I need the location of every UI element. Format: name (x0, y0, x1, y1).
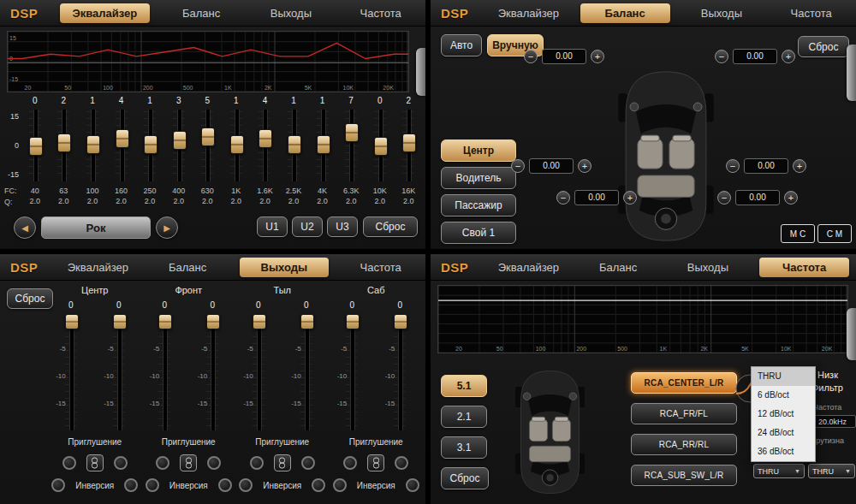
tab-outputs[interactable]: Выходы (240, 258, 330, 277)
output-slider[interactable]: -5 -10 -15 (244, 312, 273, 432)
invert-toggle-left[interactable] (333, 478, 347, 492)
mute-toggle-left[interactable] (156, 456, 169, 470)
link-channels-icon[interactable] (367, 454, 384, 471)
plus-button[interactable]: + (782, 50, 795, 63)
eq-band-slider[interactable] (107, 108, 136, 183)
memory-u2-button[interactable]: U2 (292, 216, 323, 237)
invert-toggle-right[interactable] (218, 478, 232, 492)
link-channels-icon[interactable] (274, 454, 291, 471)
slope-option[interactable]: 24 dB/oct (752, 424, 815, 442)
tab-balance[interactable]: Баланс (580, 3, 670, 23)
eq-slider-handle[interactable] (288, 135, 301, 154)
mc-button[interactable]: M C (781, 224, 815, 243)
minus-button[interactable]: − (715, 50, 728, 63)
eq-slider-handle[interactable] (29, 137, 43, 156)
minus-button[interactable]: − (524, 50, 538, 63)
invert-toggle-right[interactable] (124, 478, 138, 492)
cm-button[interactable]: C M (817, 224, 852, 243)
minus-button[interactable]: − (511, 159, 525, 173)
output-slider-handle[interactable] (113, 314, 127, 329)
balance-menu-item-3[interactable]: Пассажир (441, 194, 516, 216)
plus-button[interactable]: + (578, 159, 591, 173)
output-slider-handle[interactable] (206, 314, 220, 329)
tab-frequency[interactable]: Частота (336, 258, 425, 277)
eq-slider-handle[interactable] (317, 135, 330, 154)
eq-band-slider[interactable] (21, 108, 50, 183)
eq-slider-handle[interactable] (116, 129, 129, 148)
side-drawer-handle[interactable] (416, 48, 425, 96)
tab-outputs[interactable]: Выходы (247, 3, 336, 23)
plus-button[interactable]: + (784, 191, 798, 205)
slope-select-left[interactable]: THRU ▼ (753, 464, 805, 478)
side-drawer-handle[interactable] (847, 308, 856, 360)
tab-equalizer[interactable]: Эквалайзер (484, 258, 574, 277)
eq-slider-handle[interactable] (144, 135, 158, 154)
plus-button[interactable]: + (623, 191, 637, 205)
preset-next-button[interactable]: ▶ (156, 216, 178, 239)
output-slider-handle[interactable] (394, 314, 407, 329)
invert-toggle-left[interactable] (146, 478, 159, 492)
output-slider-handle[interactable] (158, 314, 172, 329)
eq-band-slider[interactable] (78, 108, 107, 183)
output-slider-handle[interactable] (253, 314, 266, 329)
minus-button[interactable]: − (726, 159, 740, 173)
eq-slider-handle[interactable] (345, 123, 359, 142)
outputs-reset-button[interactable]: Сброс (7, 288, 53, 309)
mute-toggle-left[interactable] (343, 456, 357, 470)
output-slider[interactable]: -5 -10 -15 (385, 312, 414, 432)
mode-2.1-button[interactable]: 2.1 (441, 406, 487, 428)
output-slider-handle[interactable] (300, 314, 314, 329)
eq-slider-handle[interactable] (230, 135, 244, 154)
output-slider[interactable]: -5 -10 -15 (56, 312, 86, 432)
side-drawer-handle[interactable] (847, 44, 856, 101)
eq-slider-handle[interactable] (402, 133, 416, 152)
mute-toggle-left[interactable] (62, 456, 76, 470)
slope-option[interactable]: 36 dB/oct (752, 442, 815, 461)
eq-band-slider[interactable] (193, 108, 222, 183)
eq-reset-button[interactable]: Сброс (363, 216, 418, 237)
output-slider[interactable]: -5 -10 -15 (150, 312, 179, 432)
preset-prev-button[interactable]: ◀ (14, 216, 36, 239)
eq-band-slider[interactable] (395, 108, 424, 183)
plus-button[interactable]: + (591, 50, 604, 63)
output-slider[interactable]: -5 -10 -15 (104, 312, 134, 432)
eq-slider-handle[interactable] (374, 137, 388, 156)
tab-outputs[interactable]: Выходы (677, 3, 767, 23)
output-slider-handle[interactable] (346, 314, 360, 329)
eq-slider-handle[interactable] (173, 131, 187, 150)
tab-frequency[interactable]: Частота (336, 3, 425, 23)
mute-toggle-left[interactable] (250, 456, 264, 470)
tab-frequency[interactable]: Частота (759, 258, 849, 277)
mute-toggle-right[interactable] (114, 456, 128, 470)
link-channels-icon[interactable] (180, 454, 197, 471)
tab-balance[interactable]: Баланс (143, 258, 233, 277)
channel-button-4[interactable]: RCA_SUB_SW_L/R (631, 465, 737, 486)
output-slider-handle[interactable] (65, 314, 79, 329)
balance-menu-item-2[interactable]: Водитель (441, 167, 516, 189)
invert-toggle-left[interactable] (239, 478, 253, 492)
eq-band-slider[interactable] (135, 108, 164, 183)
link-channels-icon[interactable] (86, 454, 104, 471)
invert-toggle-right[interactable] (406, 478, 419, 492)
channel-button-3[interactable]: RCA_RR/RL (631, 434, 737, 455)
output-slider[interactable]: -5 -10 -15 (292, 312, 321, 432)
slope-option[interactable]: 12 dB/oct (752, 405, 815, 424)
channel-button-2[interactable]: RCA_FR/FL (631, 403, 737, 424)
eq-band-slider[interactable] (279, 108, 308, 183)
plus-button[interactable]: + (793, 159, 806, 173)
minus-button[interactable]: − (717, 191, 731, 205)
tab-equalizer[interactable]: Эквалайзер (484, 3, 574, 23)
eq-band-slider[interactable] (50, 108, 79, 183)
balance-menu-item-1[interactable]: Центр (441, 139, 516, 162)
balance-reset-button[interactable]: Сброс (798, 36, 849, 57)
frequency-value[interactable]: 20.0kHz (809, 415, 856, 428)
slope-select-right[interactable]: THRU ▼ (808, 464, 855, 478)
eq-slider-handle[interactable] (86, 135, 100, 154)
mode-5.1-button[interactable]: 5.1 (441, 375, 487, 397)
mute-toggle-right[interactable] (207, 456, 221, 470)
slope-option[interactable]: THRU (752, 367, 815, 386)
channel-button-1[interactable]: RCA_CENTER_L/R (631, 372, 737, 394)
tab-equalizer[interactable]: Эквалайзер (60, 3, 150, 23)
tab-balance[interactable]: Баланс (157, 3, 247, 23)
mute-toggle-right[interactable] (301, 456, 315, 470)
